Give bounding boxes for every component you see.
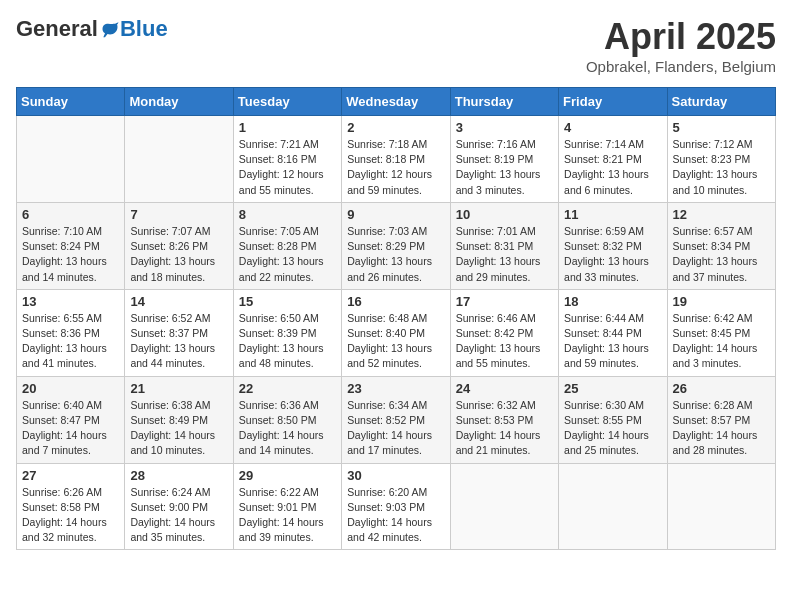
calendar-cell: 22Sunrise: 6:36 AM Sunset: 8:50 PM Dayli…	[233, 376, 341, 463]
page-header: General Blue April 2025 Opbrakel, Flande…	[16, 16, 776, 75]
logo: General Blue	[16, 16, 168, 42]
day-number: 18	[564, 294, 661, 309]
day-info: Sunrise: 7:10 AM Sunset: 8:24 PM Dayligh…	[22, 224, 119, 285]
logo-blue-text: Blue	[120, 16, 168, 42]
day-number: 3	[456, 120, 553, 135]
day-number: 6	[22, 207, 119, 222]
day-number: 25	[564, 381, 661, 396]
calendar-cell: 1Sunrise: 7:21 AM Sunset: 8:16 PM Daylig…	[233, 116, 341, 203]
day-number: 20	[22, 381, 119, 396]
weekday-header-sunday: Sunday	[17, 88, 125, 116]
calendar-cell: 11Sunrise: 6:59 AM Sunset: 8:32 PM Dayli…	[559, 202, 667, 289]
day-number: 5	[673, 120, 770, 135]
day-info: Sunrise: 6:20 AM Sunset: 9:03 PM Dayligh…	[347, 485, 444, 546]
week-row-3: 13Sunrise: 6:55 AM Sunset: 8:36 PM Dayli…	[17, 289, 776, 376]
day-number: 9	[347, 207, 444, 222]
day-number: 15	[239, 294, 336, 309]
calendar-cell: 15Sunrise: 6:50 AM Sunset: 8:39 PM Dayli…	[233, 289, 341, 376]
calendar-cell: 14Sunrise: 6:52 AM Sunset: 8:37 PM Dayli…	[125, 289, 233, 376]
day-number: 11	[564, 207, 661, 222]
calendar-cell: 8Sunrise: 7:05 AM Sunset: 8:28 PM Daylig…	[233, 202, 341, 289]
day-number: 30	[347, 468, 444, 483]
day-number: 4	[564, 120, 661, 135]
calendar-cell	[667, 463, 775, 550]
day-info: Sunrise: 6:26 AM Sunset: 8:58 PM Dayligh…	[22, 485, 119, 546]
week-row-1: 1Sunrise: 7:21 AM Sunset: 8:16 PM Daylig…	[17, 116, 776, 203]
logo-general-text: General	[16, 16, 98, 42]
calendar-cell	[450, 463, 558, 550]
day-info: Sunrise: 7:18 AM Sunset: 8:18 PM Dayligh…	[347, 137, 444, 198]
week-row-2: 6Sunrise: 7:10 AM Sunset: 8:24 PM Daylig…	[17, 202, 776, 289]
calendar-cell: 29Sunrise: 6:22 AM Sunset: 9:01 PM Dayli…	[233, 463, 341, 550]
day-info: Sunrise: 6:38 AM Sunset: 8:49 PM Dayligh…	[130, 398, 227, 459]
day-number: 21	[130, 381, 227, 396]
day-number: 14	[130, 294, 227, 309]
weekday-header-tuesday: Tuesday	[233, 88, 341, 116]
day-number: 26	[673, 381, 770, 396]
day-info: Sunrise: 6:40 AM Sunset: 8:47 PM Dayligh…	[22, 398, 119, 459]
day-number: 1	[239, 120, 336, 135]
calendar-cell: 28Sunrise: 6:24 AM Sunset: 9:00 PM Dayli…	[125, 463, 233, 550]
calendar-cell: 13Sunrise: 6:55 AM Sunset: 8:36 PM Dayli…	[17, 289, 125, 376]
day-info: Sunrise: 6:34 AM Sunset: 8:52 PM Dayligh…	[347, 398, 444, 459]
calendar-cell: 10Sunrise: 7:01 AM Sunset: 8:31 PM Dayli…	[450, 202, 558, 289]
day-number: 27	[22, 468, 119, 483]
location-text: Opbrakel, Flanders, Belgium	[586, 58, 776, 75]
calendar-cell: 23Sunrise: 6:34 AM Sunset: 8:52 PM Dayli…	[342, 376, 450, 463]
week-row-5: 27Sunrise: 6:26 AM Sunset: 8:58 PM Dayli…	[17, 463, 776, 550]
calendar-cell: 24Sunrise: 6:32 AM Sunset: 8:53 PM Dayli…	[450, 376, 558, 463]
calendar-cell: 17Sunrise: 6:46 AM Sunset: 8:42 PM Dayli…	[450, 289, 558, 376]
day-number: 2	[347, 120, 444, 135]
day-info: Sunrise: 6:30 AM Sunset: 8:55 PM Dayligh…	[564, 398, 661, 459]
calendar-cell: 2Sunrise: 7:18 AM Sunset: 8:18 PM Daylig…	[342, 116, 450, 203]
day-info: Sunrise: 6:50 AM Sunset: 8:39 PM Dayligh…	[239, 311, 336, 372]
day-number: 29	[239, 468, 336, 483]
day-info: Sunrise: 6:28 AM Sunset: 8:57 PM Dayligh…	[673, 398, 770, 459]
day-info: Sunrise: 7:16 AM Sunset: 8:19 PM Dayligh…	[456, 137, 553, 198]
calendar-cell: 4Sunrise: 7:14 AM Sunset: 8:21 PM Daylig…	[559, 116, 667, 203]
calendar-cell: 25Sunrise: 6:30 AM Sunset: 8:55 PM Dayli…	[559, 376, 667, 463]
weekday-header-row: SundayMondayTuesdayWednesdayThursdayFrid…	[17, 88, 776, 116]
calendar-cell: 27Sunrise: 6:26 AM Sunset: 8:58 PM Dayli…	[17, 463, 125, 550]
day-info: Sunrise: 6:24 AM Sunset: 9:00 PM Dayligh…	[130, 485, 227, 546]
calendar-cell: 12Sunrise: 6:57 AM Sunset: 8:34 PM Dayli…	[667, 202, 775, 289]
calendar-cell: 18Sunrise: 6:44 AM Sunset: 8:44 PM Dayli…	[559, 289, 667, 376]
weekday-header-monday: Monday	[125, 88, 233, 116]
calendar-cell	[125, 116, 233, 203]
calendar-cell: 16Sunrise: 6:48 AM Sunset: 8:40 PM Dayli…	[342, 289, 450, 376]
day-info: Sunrise: 7:12 AM Sunset: 8:23 PM Dayligh…	[673, 137, 770, 198]
month-title: April 2025	[586, 16, 776, 58]
logo-bird-icon	[100, 19, 120, 39]
day-info: Sunrise: 6:46 AM Sunset: 8:42 PM Dayligh…	[456, 311, 553, 372]
day-number: 28	[130, 468, 227, 483]
day-info: Sunrise: 7:01 AM Sunset: 8:31 PM Dayligh…	[456, 224, 553, 285]
calendar-cell: 30Sunrise: 6:20 AM Sunset: 9:03 PM Dayli…	[342, 463, 450, 550]
weekday-header-friday: Friday	[559, 88, 667, 116]
calendar-cell: 26Sunrise: 6:28 AM Sunset: 8:57 PM Dayli…	[667, 376, 775, 463]
day-info: Sunrise: 7:14 AM Sunset: 8:21 PM Dayligh…	[564, 137, 661, 198]
day-number: 10	[456, 207, 553, 222]
calendar-cell: 19Sunrise: 6:42 AM Sunset: 8:45 PM Dayli…	[667, 289, 775, 376]
calendar-cell: 20Sunrise: 6:40 AM Sunset: 8:47 PM Dayli…	[17, 376, 125, 463]
calendar-cell: 5Sunrise: 7:12 AM Sunset: 8:23 PM Daylig…	[667, 116, 775, 203]
day-info: Sunrise: 6:32 AM Sunset: 8:53 PM Dayligh…	[456, 398, 553, 459]
day-number: 24	[456, 381, 553, 396]
calendar-cell: 3Sunrise: 7:16 AM Sunset: 8:19 PM Daylig…	[450, 116, 558, 203]
calendar-cell: 9Sunrise: 7:03 AM Sunset: 8:29 PM Daylig…	[342, 202, 450, 289]
title-block: April 2025 Opbrakel, Flanders, Belgium	[586, 16, 776, 75]
day-number: 23	[347, 381, 444, 396]
day-number: 7	[130, 207, 227, 222]
day-info: Sunrise: 7:05 AM Sunset: 8:28 PM Dayligh…	[239, 224, 336, 285]
day-number: 17	[456, 294, 553, 309]
day-info: Sunrise: 7:21 AM Sunset: 8:16 PM Dayligh…	[239, 137, 336, 198]
calendar-cell	[17, 116, 125, 203]
weekday-header-wednesday: Wednesday	[342, 88, 450, 116]
day-number: 12	[673, 207, 770, 222]
day-info: Sunrise: 6:48 AM Sunset: 8:40 PM Dayligh…	[347, 311, 444, 372]
day-info: Sunrise: 7:03 AM Sunset: 8:29 PM Dayligh…	[347, 224, 444, 285]
day-info: Sunrise: 7:07 AM Sunset: 8:26 PM Dayligh…	[130, 224, 227, 285]
day-number: 16	[347, 294, 444, 309]
calendar-cell: 6Sunrise: 7:10 AM Sunset: 8:24 PM Daylig…	[17, 202, 125, 289]
day-info: Sunrise: 6:57 AM Sunset: 8:34 PM Dayligh…	[673, 224, 770, 285]
day-number: 13	[22, 294, 119, 309]
